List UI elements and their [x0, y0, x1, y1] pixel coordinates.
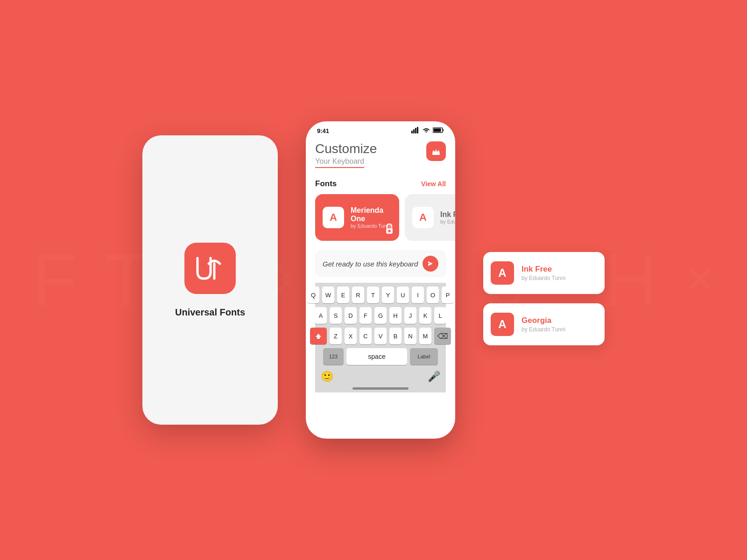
svg-rect-1 [413, 129, 415, 133]
float-a-icon-inkfree: A [491, 261, 514, 285]
svg-rect-0 [411, 131, 413, 133]
key-m[interactable]: M [419, 328, 431, 344]
input-text: Get ready to use this keyboard [323, 260, 418, 268]
key-t[interactable]: T [367, 287, 379, 303]
key-d[interactable]: D [345, 307, 357, 324]
text-input-area[interactable]: Get ready to use this keyboard [315, 250, 446, 277]
fonts-label: Fonts [315, 179, 337, 189]
emoji-key[interactable]: 🙂 [321, 371, 333, 383]
bg-letter: H [604, 243, 658, 317]
font-info-inactive: Ink Free by Eduardo Tunni [440, 210, 455, 224]
app-name: Universal Fonts [175, 307, 245, 318]
main-content: Universal Fonts 9:41 [142, 121, 605, 439]
float-card-georgia[interactable]: A Georgia by Eduardo Tunni [483, 303, 605, 345]
key-g[interactable]: G [374, 307, 387, 324]
bg-letter: F [32, 243, 78, 317]
float-font-author-inkfree: by Eduardo Tunni [521, 275, 565, 281]
font-card-merienda[interactable]: A Merienda One by Eduardo Tunni [315, 194, 399, 241]
home-indicator [352, 387, 409, 390]
key-a[interactable]: A [315, 307, 327, 324]
floating-cards-container: A Ink Free by Eduardo Tunni A Georgia by… [483, 215, 605, 345]
status-bar: 9:41 [306, 121, 455, 138]
svg-rect-6 [434, 129, 441, 132]
font-name: Merienda One [351, 206, 392, 223]
keyboard-bottom-bar: 🙂 🎤 [317, 369, 444, 385]
key-f[interactable]: F [359, 307, 372, 324]
battery-icon [433, 127, 444, 134]
font-name-inactive: Ink Free [440, 210, 455, 219]
key-r[interactable]: R [352, 287, 364, 303]
keyboard-row-3: Z X C V B N M ⌫ [317, 328, 444, 344]
key-z[interactable]: Z [330, 328, 342, 344]
key-o[interactable]: O [427, 287, 439, 303]
font-a-icon-inactive: A [412, 207, 434, 228]
key-y[interactable]: Y [382, 287, 394, 303]
status-icons [411, 127, 444, 135]
crown-button[interactable] [426, 141, 446, 161]
delete-key[interactable]: ⌫ [434, 328, 451, 344]
app-icon [184, 243, 236, 294]
key-s[interactable]: S [330, 307, 342, 324]
svg-rect-5 [443, 129, 444, 131]
view-all-button[interactable]: View All [421, 180, 446, 188]
font-card-inkfree[interactable]: A Ink Free by Eduardo Tunni [405, 194, 455, 241]
label-key[interactable]: Label [410, 348, 438, 365]
font-a-icon: A [323, 207, 344, 228]
main-phone: 9:41 [306, 121, 455, 439]
svg-rect-2 [415, 128, 416, 133]
key-l[interactable]: L [434, 307, 446, 324]
mic-key[interactable]: 🎤 [428, 371, 440, 383]
svg-rect-3 [417, 127, 418, 133]
keyboard-row-2: A S D F G H J K L [317, 307, 444, 324]
key-h[interactable]: H [389, 307, 402, 324]
signal-icon [411, 127, 420, 135]
key-b[interactable]: B [389, 328, 402, 344]
phone-content: Customize Your Keyboard Fonts View All [306, 138, 455, 439]
key-k[interactable]: K [419, 307, 431, 324]
float-font-name-georgia: Georgia [521, 316, 565, 325]
float-font-author-georgia: by Eduardo Tunni [521, 326, 565, 333]
keyboard-row-1: Q W E R T Y U I O P [317, 287, 444, 303]
key-u[interactable]: U [397, 287, 409, 303]
numbers-key[interactable]: 123 [323, 348, 344, 365]
key-c[interactable]: C [359, 328, 372, 344]
wifi-icon [423, 127, 430, 134]
key-x[interactable]: X [345, 328, 357, 344]
font-author-inactive: by Eduardo Tunni [440, 219, 455, 224]
screen-title: Customize [315, 141, 377, 156]
fonts-list: A Merienda One by Eduardo Tunni A [315, 194, 446, 241]
send-button[interactable] [423, 256, 438, 272]
svg-point-9 [388, 230, 391, 232]
float-font-info-georgia: Georgia by Eduardo Tunni [521, 316, 565, 333]
key-j[interactable]: J [404, 307, 416, 324]
float-card-inkfree[interactable]: A Ink Free by Eduardo Tunni [483, 252, 605, 294]
key-e[interactable]: E [337, 287, 349, 303]
float-font-name-inkfree: Ink Free [521, 265, 565, 274]
key-q[interactable]: Q [307, 287, 319, 303]
splash-phone: Universal Fonts [142, 135, 278, 425]
key-p[interactable]: P [442, 287, 454, 303]
lock-icon [385, 224, 394, 236]
space-key[interactable]: space [346, 348, 407, 365]
svg-rect-7 [432, 154, 440, 155]
key-v[interactable]: V [374, 328, 387, 344]
fonts-section-header: Fonts View All [315, 179, 446, 189]
float-a-icon-georgia: A [491, 313, 514, 336]
bg-letter: ✕ [684, 261, 715, 299]
keyboard: Q W E R T Y U I O P A S D F G H [315, 283, 446, 392]
time: 9:41 [317, 127, 329, 134]
screen-subtitle: Your Keyboard [315, 157, 364, 168]
key-i[interactable]: I [412, 287, 424, 303]
float-font-info-inkfree: Ink Free by Eduardo Tunni [521, 265, 565, 281]
keyboard-row-4: 123 space Label [317, 348, 444, 365]
shift-key[interactable] [310, 328, 327, 344]
key-n[interactable]: N [404, 328, 416, 344]
key-w[interactable]: W [322, 287, 334, 303]
